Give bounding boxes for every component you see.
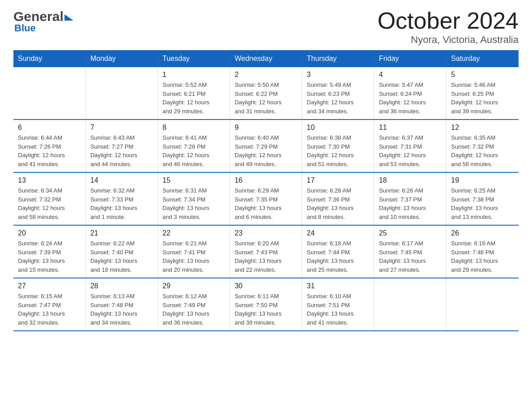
day-info: Sunrise: 6:20 AM Sunset: 7:43 PM Dayligh… bbox=[235, 239, 297, 274]
calendar-cell: 27Sunrise: 6:15 AM Sunset: 7:47 PM Dayli… bbox=[13, 278, 86, 331]
calendar-cell: 25Sunrise: 6:17 AM Sunset: 7:45 PM Dayli… bbox=[374, 225, 446, 278]
calendar-cell bbox=[446, 278, 519, 331]
day-info: Sunrise: 6:41 AM Sunset: 7:28 PM Dayligh… bbox=[163, 133, 225, 168]
calendar-cell: 15Sunrise: 6:31 AM Sunset: 7:34 PM Dayli… bbox=[158, 172, 230, 225]
day-number: 10 bbox=[307, 124, 369, 132]
day-number: 29 bbox=[163, 282, 225, 290]
calendar-cell: 11Sunrise: 6:37 AM Sunset: 7:31 PM Dayli… bbox=[374, 120, 446, 172]
calendar-cell: 18Sunrise: 6:26 AM Sunset: 7:37 PM Dayli… bbox=[374, 172, 446, 225]
calendar-cell: 14Sunrise: 6:32 AM Sunset: 7:33 PM Dayli… bbox=[86, 172, 158, 225]
day-number: 17 bbox=[307, 176, 369, 184]
calendar-cell: 12Sunrise: 6:35 AM Sunset: 7:32 PM Dayli… bbox=[446, 120, 519, 172]
header-row: SundayMondayTuesdayWednesdayThursdayFrid… bbox=[13, 50, 519, 67]
day-info: Sunrise: 6:13 AM Sunset: 7:48 PM Dayligh… bbox=[90, 292, 153, 327]
logo: General Blue bbox=[13, 9, 73, 34]
day-number: 4 bbox=[379, 71, 442, 79]
day-info: Sunrise: 6:24 AM Sunset: 7:39 PM Dayligh… bbox=[18, 239, 81, 274]
day-number: 23 bbox=[235, 229, 297, 237]
day-number: 25 bbox=[379, 229, 442, 237]
day-number: 18 bbox=[379, 176, 442, 184]
logo-icon: General bbox=[13, 9, 73, 24]
day-number: 16 bbox=[235, 176, 297, 184]
calendar-title: October 2024 bbox=[378, 9, 519, 32]
header-day-wednesday: Wednesday bbox=[230, 50, 302, 67]
day-info: Sunrise: 5:47 AM Sunset: 6:24 PM Dayligh… bbox=[379, 81, 442, 116]
logo-arrow-icon bbox=[64, 14, 73, 21]
day-info: Sunrise: 6:37 AM Sunset: 7:31 PM Dayligh… bbox=[379, 133, 442, 168]
calendar-table: SundayMondayTuesdayWednesdayThursdayFrid… bbox=[13, 50, 519, 331]
calendar-cell: 10Sunrise: 6:38 AM Sunset: 7:30 PM Dayli… bbox=[302, 120, 374, 172]
calendar-cell: 5Sunrise: 5:46 AM Sunset: 6:25 PM Daylig… bbox=[446, 67, 519, 120]
calendar-cell: 16Sunrise: 6:29 AM Sunset: 7:35 PM Dayli… bbox=[230, 172, 302, 225]
calendar-cell: 6Sunrise: 6:44 AM Sunset: 7:26 PM Daylig… bbox=[13, 120, 86, 172]
day-number: 1 bbox=[163, 71, 225, 79]
calendar-cell: 7Sunrise: 6:43 AM Sunset: 7:27 PM Daylig… bbox=[86, 120, 158, 172]
calendar-cell: 20Sunrise: 6:24 AM Sunset: 7:39 PM Dayli… bbox=[13, 225, 86, 278]
day-number: 26 bbox=[451, 229, 514, 237]
day-number: 11 bbox=[379, 124, 442, 132]
calendar-body: 1Sunrise: 5:52 AM Sunset: 6:21 PM Daylig… bbox=[13, 67, 519, 331]
day-number: 20 bbox=[18, 229, 81, 237]
calendar-cell bbox=[13, 67, 86, 120]
day-info: Sunrise: 5:49 AM Sunset: 6:23 PM Dayligh… bbox=[307, 81, 369, 116]
calendar-cell: 4Sunrise: 5:47 AM Sunset: 6:24 PM Daylig… bbox=[374, 67, 446, 120]
day-number: 5 bbox=[451, 71, 514, 79]
day-info: Sunrise: 6:15 AM Sunset: 7:47 PM Dayligh… bbox=[18, 292, 81, 327]
header-day-friday: Friday bbox=[374, 50, 446, 67]
day-info: Sunrise: 5:50 AM Sunset: 6:22 PM Dayligh… bbox=[235, 81, 297, 116]
day-info: Sunrise: 6:10 AM Sunset: 7:51 PM Dayligh… bbox=[307, 292, 369, 327]
day-number: 8 bbox=[163, 124, 225, 132]
day-info: Sunrise: 6:18 AM Sunset: 7:44 PM Dayligh… bbox=[307, 239, 369, 274]
calendar-cell: 21Sunrise: 6:22 AM Sunset: 7:40 PM Dayli… bbox=[86, 225, 158, 278]
day-number: 13 bbox=[18, 176, 81, 184]
page-header: General Blue October 2024 Nyora, Victori… bbox=[13, 9, 519, 46]
day-number: 3 bbox=[307, 71, 369, 79]
day-number: 27 bbox=[18, 282, 81, 290]
day-number: 19 bbox=[451, 176, 514, 184]
day-number: 24 bbox=[307, 229, 369, 237]
header-day-thursday: Thursday bbox=[302, 50, 374, 67]
day-info: Sunrise: 5:52 AM Sunset: 6:21 PM Dayligh… bbox=[163, 81, 225, 116]
day-number: 21 bbox=[90, 229, 153, 237]
calendar-cell: 3Sunrise: 5:49 AM Sunset: 6:23 PM Daylig… bbox=[302, 67, 374, 120]
day-number: 6 bbox=[18, 124, 81, 132]
calendar-cell: 22Sunrise: 6:21 AM Sunset: 7:41 PM Dayli… bbox=[158, 225, 230, 278]
calendar-cell: 8Sunrise: 6:41 AM Sunset: 7:28 PM Daylig… bbox=[158, 120, 230, 172]
calendar-cell: 30Sunrise: 6:11 AM Sunset: 7:50 PM Dayli… bbox=[230, 278, 302, 331]
calendar-cell: 13Sunrise: 6:34 AM Sunset: 7:32 PM Dayli… bbox=[13, 172, 86, 225]
day-info: Sunrise: 6:21 AM Sunset: 7:41 PM Dayligh… bbox=[163, 239, 225, 274]
week-row-3: 20Sunrise: 6:24 AM Sunset: 7:39 PM Dayli… bbox=[13, 225, 519, 278]
logo-blue-text: Blue bbox=[14, 22, 36, 34]
calendar-cell: 19Sunrise: 6:25 AM Sunset: 7:38 PM Dayli… bbox=[446, 172, 519, 225]
week-row-2: 13Sunrise: 6:34 AM Sunset: 7:32 PM Dayli… bbox=[13, 172, 519, 225]
day-info: Sunrise: 6:31 AM Sunset: 7:34 PM Dayligh… bbox=[163, 186, 225, 221]
day-info: Sunrise: 6:43 AM Sunset: 7:27 PM Dayligh… bbox=[90, 133, 153, 168]
day-info: Sunrise: 5:46 AM Sunset: 6:25 PM Dayligh… bbox=[451, 81, 514, 116]
day-info: Sunrise: 6:44 AM Sunset: 7:26 PM Dayligh… bbox=[18, 133, 81, 168]
calendar-cell: 9Sunrise: 6:40 AM Sunset: 7:29 PM Daylig… bbox=[230, 120, 302, 172]
day-number: 30 bbox=[235, 282, 297, 290]
day-number: 9 bbox=[235, 124, 297, 132]
day-number: 15 bbox=[163, 176, 225, 184]
day-info: Sunrise: 6:25 AM Sunset: 7:38 PM Dayligh… bbox=[451, 186, 514, 221]
header-day-sunday: Sunday bbox=[13, 50, 86, 67]
day-info: Sunrise: 6:34 AM Sunset: 7:32 PM Dayligh… bbox=[18, 186, 81, 221]
day-info: Sunrise: 6:29 AM Sunset: 7:35 PM Dayligh… bbox=[235, 186, 297, 221]
calendar-cell: 17Sunrise: 6:28 AM Sunset: 7:36 PM Dayli… bbox=[302, 172, 374, 225]
calendar-subtitle: Nyora, Victoria, Australia bbox=[378, 34, 519, 46]
calendar-cell: 28Sunrise: 6:13 AM Sunset: 7:48 PM Dayli… bbox=[86, 278, 158, 331]
week-row-4: 27Sunrise: 6:15 AM Sunset: 7:47 PM Dayli… bbox=[13, 278, 519, 331]
calendar-cell bbox=[374, 278, 446, 331]
day-number: 14 bbox=[90, 176, 153, 184]
day-info: Sunrise: 6:12 AM Sunset: 7:49 PM Dayligh… bbox=[163, 292, 225, 327]
calendar-cell: 26Sunrise: 6:16 AM Sunset: 7:46 PM Dayli… bbox=[446, 225, 519, 278]
day-info: Sunrise: 6:32 AM Sunset: 7:33 PM Dayligh… bbox=[90, 186, 153, 221]
calendar-cell: 24Sunrise: 6:18 AM Sunset: 7:44 PM Dayli… bbox=[302, 225, 374, 278]
day-info: Sunrise: 6:16 AM Sunset: 7:46 PM Dayligh… bbox=[451, 239, 514, 274]
calendar-cell bbox=[86, 67, 158, 120]
day-info: Sunrise: 6:35 AM Sunset: 7:32 PM Dayligh… bbox=[451, 133, 514, 168]
day-info: Sunrise: 6:17 AM Sunset: 7:45 PM Dayligh… bbox=[379, 239, 442, 274]
logo-general-text: General bbox=[13, 9, 64, 24]
day-info: Sunrise: 6:11 AM Sunset: 7:50 PM Dayligh… bbox=[235, 292, 297, 327]
week-row-0: 1Sunrise: 5:52 AM Sunset: 6:21 PM Daylig… bbox=[13, 67, 519, 120]
